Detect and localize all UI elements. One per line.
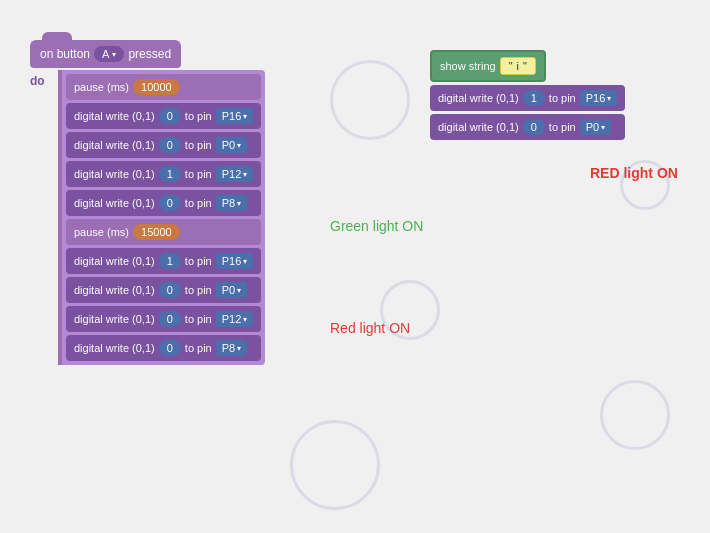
dw-pin-8[interactable]: P8▾ bbox=[216, 340, 247, 356]
block-dw-2[interactable]: digital write (0,1) 0 to pin P0▾ bbox=[66, 132, 261, 158]
dw-topin-6: to pin bbox=[185, 284, 212, 296]
right-dw-val-2[interactable]: 0 bbox=[523, 119, 545, 135]
show-string-label: show string bbox=[440, 60, 496, 72]
dw-topin-7: to pin bbox=[185, 313, 212, 325]
button-a-value: A bbox=[102, 48, 109, 60]
do-container: do pause (ms) 10000 digital write (0,1) … bbox=[30, 70, 265, 365]
dw-val-7[interactable]: 0 bbox=[159, 311, 181, 327]
right-dw-blocks: digital write (0,1) 1 to pin P16▾ digita… bbox=[430, 85, 625, 140]
dw-val-6[interactable]: 0 bbox=[159, 282, 181, 298]
dw-pin-7[interactable]: P12▾ bbox=[216, 311, 254, 327]
right-dw-label-2: digital write (0,1) bbox=[438, 121, 519, 133]
dw-label-5: digital write (0,1) bbox=[74, 255, 155, 267]
deco-circle-1 bbox=[330, 60, 410, 140]
block-pause-2[interactable]: pause (ms) 15000 bbox=[66, 219, 261, 245]
dw-label-8: digital write (0,1) bbox=[74, 342, 155, 354]
right-block-group: show string " i " digital write (0,1) 1 … bbox=[430, 50, 625, 140]
dw-pin-6[interactable]: P0▾ bbox=[216, 282, 247, 298]
green-light-label: Green light ON bbox=[330, 218, 423, 234]
right-dw-topin-2: to pin bbox=[549, 121, 576, 133]
pause-value-1[interactable]: 10000 bbox=[133, 79, 180, 95]
pause-label-2: pause (ms) bbox=[74, 226, 129, 238]
dw-topin-3: to pin bbox=[185, 168, 212, 180]
dw-pin-3[interactable]: P12▾ bbox=[216, 166, 254, 182]
right-block-dw-1[interactable]: digital write (0,1) 1 to pin P16▾ bbox=[430, 85, 625, 111]
dw-val-5[interactable]: 1 bbox=[159, 253, 181, 269]
dw-topin-2: to pin bbox=[185, 139, 212, 151]
button-dropdown-arrow: ▾ bbox=[112, 50, 116, 59]
string-quotes-right: " bbox=[523, 60, 527, 72]
left-block-group: on button A ▾ pressed do pause (ms) 1000… bbox=[30, 40, 265, 365]
right-dw-pin-1[interactable]: P16▾ bbox=[580, 90, 618, 106]
dw-label-3: digital write (0,1) bbox=[74, 168, 155, 180]
dw-pin-5[interactable]: P16▾ bbox=[216, 253, 254, 269]
dw-topin-8: to pin bbox=[185, 342, 212, 354]
pause-label-1: pause (ms) bbox=[74, 81, 129, 93]
dw-label-7: digital write (0,1) bbox=[74, 313, 155, 325]
string-value[interactable]: " i " bbox=[500, 57, 536, 75]
string-icon: i bbox=[517, 60, 519, 72]
right-block-dw-2[interactable]: digital write (0,1) 0 to pin P0▾ bbox=[430, 114, 625, 140]
dw-pin-2[interactable]: P0▾ bbox=[216, 137, 247, 153]
dw-topin-1: to pin bbox=[185, 110, 212, 122]
right-dw-label-1: digital write (0,1) bbox=[438, 92, 519, 104]
button-a-pill[interactable]: A ▾ bbox=[94, 46, 124, 62]
right-dw-pin-2[interactable]: P0▾ bbox=[580, 119, 611, 135]
dw-pin-4[interactable]: P8▾ bbox=[216, 195, 247, 211]
string-quotes-left: " bbox=[509, 60, 513, 72]
block-dw-6[interactable]: digital write (0,1) 0 to pin P0▾ bbox=[66, 277, 261, 303]
dw-label-4: digital write (0,1) bbox=[74, 197, 155, 209]
deco-circle-5 bbox=[290, 420, 380, 510]
block-dw-8[interactable]: digital write (0,1) 0 to pin P8▾ bbox=[66, 335, 261, 361]
do-label: do bbox=[30, 70, 58, 365]
dw-topin-5: to pin bbox=[185, 255, 212, 267]
on-button-label: on button bbox=[40, 47, 90, 61]
dw-val-3[interactable]: 1 bbox=[159, 166, 181, 182]
block-dw-7[interactable]: digital write (0,1) 0 to pin P12▾ bbox=[66, 306, 261, 332]
block-dw-3[interactable]: digital write (0,1) 1 to pin P12▾ bbox=[66, 161, 261, 187]
dw-val-4[interactable]: 0 bbox=[159, 195, 181, 211]
do-blocks-wrapper: pause (ms) 10000 digital write (0,1) 0 t… bbox=[58, 70, 265, 365]
dw-val-2[interactable]: 0 bbox=[159, 137, 181, 153]
dw-label-1: digital write (0,1) bbox=[74, 110, 155, 122]
block-dw-5[interactable]: digital write (0,1) 1 to pin P16▾ bbox=[66, 248, 261, 274]
red-light-label-right: RED light ON bbox=[590, 165, 678, 181]
dw-val-1[interactable]: 0 bbox=[159, 108, 181, 124]
deco-circle-3 bbox=[600, 380, 670, 450]
block-dw-1[interactable]: digital write (0,1) 0 to pin P16▾ bbox=[66, 103, 261, 129]
right-dw-topin-1: to pin bbox=[549, 92, 576, 104]
dw-topin-4: to pin bbox=[185, 197, 212, 209]
dw-label-2: digital write (0,1) bbox=[74, 139, 155, 151]
hat-block[interactable]: on button A ▾ pressed bbox=[30, 40, 181, 68]
dw-label-6: digital write (0,1) bbox=[74, 284, 155, 296]
show-string-block[interactable]: show string " i " bbox=[430, 50, 546, 82]
red-light-label-bottom: Red light ON bbox=[330, 320, 410, 336]
dw-val-8[interactable]: 0 bbox=[159, 340, 181, 356]
pause-value-2[interactable]: 15000 bbox=[133, 224, 180, 240]
dw-pin-1[interactable]: P16▾ bbox=[216, 108, 254, 124]
block-pause-1[interactable]: pause (ms) 10000 bbox=[66, 74, 261, 100]
right-dw-val-1[interactable]: 1 bbox=[523, 90, 545, 106]
pressed-label: pressed bbox=[128, 47, 171, 61]
block-dw-4[interactable]: digital write (0,1) 0 to pin P8▾ bbox=[66, 190, 261, 216]
